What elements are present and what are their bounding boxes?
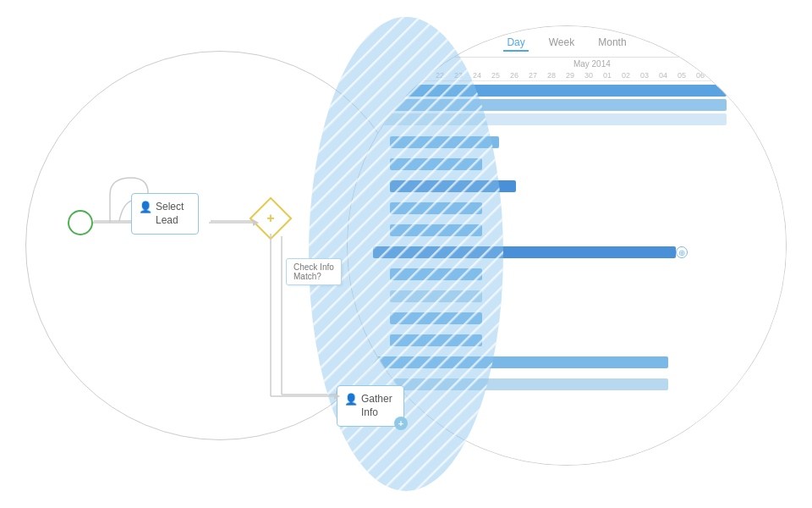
bar-area [356,378,777,390]
tab-month[interactable]: Month [595,35,629,52]
select-lead-node[interactable]: 👤 SelectLead [131,193,199,235]
gantt-bar-top-2 [356,99,727,111]
expand-icon[interactable]: ⊕ [676,246,688,258]
table-row [356,287,777,306]
date-04: 04 [654,71,672,80]
table-row [356,133,777,152]
table-row [356,309,777,328]
table-row [356,221,777,240]
date-18: 18 [356,71,375,80]
date-28: 28 [542,71,561,80]
date-05: 05 [672,71,691,80]
date-02: 02 [617,71,635,80]
gantt-container: Day Week Month May 2014 18 19 20 21 22 2… [348,26,786,465]
table-row [356,331,777,350]
gantt-bar [390,202,483,214]
date-08: 08 [728,71,747,80]
date-20: 20 [393,71,412,80]
person-icon: 👤 [139,201,152,215]
date-25: 25 [486,71,505,80]
gantt-month-label: May 2014 [573,59,611,69]
gantt-bar-long2 [373,356,668,368]
gantt-top-bars [356,85,777,125]
gantt-bar [390,224,483,236]
gantt-tabs: Day Week Month [348,26,786,58]
date-23: 23 [449,71,468,80]
table-row [356,177,777,196]
scene: Day Week Month May 2014 18 19 20 21 22 2… [0,0,812,508]
gantt-rows: ⊕ [348,128,786,394]
table-row: ⊕ [356,243,777,262]
check-info-tooltip: Check InfoMatch? [286,258,342,285]
gantt-date-row: 18 19 20 21 22 23 24 25 26 27 28 29 30 0… [348,71,755,80]
gantt-bar [390,290,483,302]
gantt-bar [390,268,483,280]
table-row [356,353,777,372]
date-19: 19 [375,71,393,80]
date-30: 30 [579,71,598,80]
select-lead-label: SelectLead [156,201,184,226]
gather-info-node[interactable]: 👤 GatherInfo + [337,385,404,427]
gantt-bar-long3 [373,378,668,390]
gateway-icon: + [257,205,284,232]
gantt-bar-top-3 [356,113,727,125]
tab-week[interactable]: Week [546,35,578,52]
date-21: 21 [412,71,431,80]
bar-area [356,334,777,346]
bar-area [356,312,777,324]
date-24: 24 [468,71,486,80]
gantt-circle: Day Week Month May 2014 18 19 20 21 22 2… [347,25,787,466]
start-node [68,210,93,235]
date-07: 07 [710,71,728,80]
gather-info-label: GatherInfo [361,393,392,418]
bar-area [356,202,777,214]
gantt-bar [390,136,499,148]
date-06: 06 [691,71,710,80]
gantt-bar-long [373,246,677,258]
gantt-bar [390,334,483,346]
tooltip-text: Check InfoMatch? [294,262,334,281]
date-26: 26 [505,71,524,80]
gantt-bar [390,158,483,170]
tab-day[interactable]: Day [503,35,528,52]
date-22: 22 [431,71,449,80]
gantt-bar-top-1 [356,85,727,97]
date-01: 01 [598,71,617,80]
table-row [356,265,777,284]
gantt-bar [390,180,516,192]
date-27: 27 [524,71,542,80]
bar-area [356,158,777,170]
date-03: 03 [635,71,654,80]
bar-area [356,136,777,148]
table-row [356,375,777,394]
bar-area [356,224,777,236]
gantt-header: May 2014 18 19 20 21 22 23 24 25 26 27 2… [348,58,786,81]
bar-area [356,268,777,280]
bar-area [356,180,777,192]
bar-area-expand: ⊕ [356,246,777,258]
person-icon-2: 👤 [344,393,358,407]
date-29: 29 [561,71,579,80]
table-row [356,155,777,174]
gantt-bar [390,312,483,324]
bar-area [356,356,777,368]
bar-area [356,290,777,302]
table-row [356,199,777,218]
